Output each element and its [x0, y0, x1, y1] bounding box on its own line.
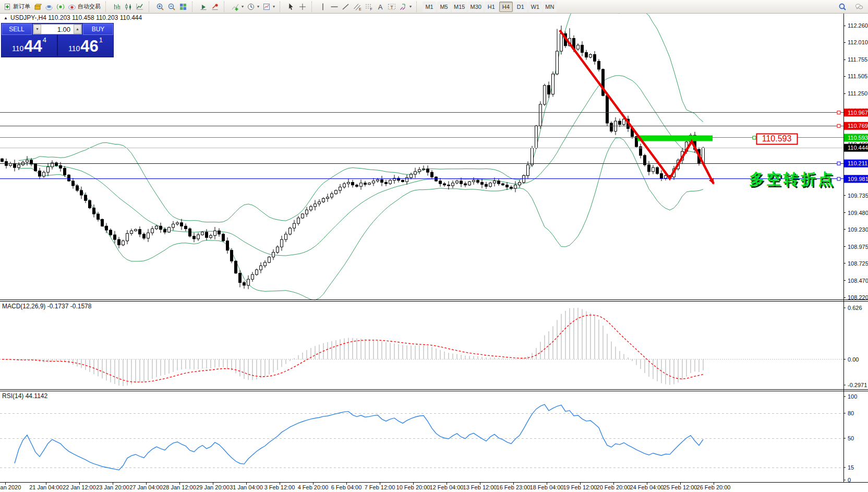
timeframe-m1-button[interactable]: M1 [423, 2, 436, 12]
zoom-out-button[interactable] [166, 1, 177, 13]
timeframe-w1-button[interactable]: W1 [528, 2, 542, 12]
candle-up [377, 179, 379, 181]
timeframe-mn-button[interactable]: MN [543, 2, 557, 12]
crosshair-button[interactable] [297, 1, 308, 13]
textA-glyph: A [376, 3, 384, 11]
vertical-line-button[interactable] [317, 1, 329, 13]
line-handle[interactable] [837, 111, 840, 114]
lot-decrease-button[interactable]: ▼ [33, 25, 41, 34]
text-button[interactable]: A [375, 1, 386, 13]
candle-down [14, 163, 16, 167]
lot-increase-button[interactable]: ▲ [74, 25, 81, 34]
timeframe-m15-button[interactable]: M15 [452, 2, 467, 12]
main-chart-plot-area[interactable] [0, 14, 843, 299]
ask-price[interactable]: 110461 [58, 35, 113, 56]
bid-integer: 110 [12, 43, 23, 54]
candlestick-chart-button[interactable] [123, 1, 134, 13]
candle-up [456, 181, 459, 183]
candle-down [34, 164, 37, 171]
ask-pips: 46 [80, 38, 98, 54]
candle-up [26, 160, 29, 162]
time-axis-label: 26 Feb 20:00 [697, 484, 731, 490]
candle-down [180, 223, 183, 226]
green-highlight-bar[interactable] [637, 136, 713, 141]
bar-chart-button[interactable] [111, 1, 123, 13]
equidistant-channel-button[interactable]: E [352, 1, 363, 13]
candle-up [147, 233, 150, 238]
search-button[interactable] [837, 1, 848, 13]
tile-glyph [179, 3, 187, 11]
data-window-icon[interactable] [43, 1, 55, 13]
trendline-button[interactable] [340, 1, 352, 13]
horizontal-line-button[interactable] [329, 1, 340, 13]
candle-down [352, 182, 354, 185]
zoom-in-button[interactable] [154, 1, 166, 13]
candle-up [327, 197, 329, 199]
line-handle[interactable] [837, 124, 840, 127]
candle-up [343, 184, 346, 187]
chart-window[interactable]: 110.593多空转折点多空转折点▲USDJPY-,H4 110.203 110… [0, 0, 868, 492]
sell-button[interactable]: SELL [2, 23, 32, 35]
price-badge-text: 109.981 [848, 176, 868, 182]
candle-up [289, 228, 292, 234]
indicators-button[interactable]: ▾ [230, 1, 245, 13]
timeframe-m5-button[interactable]: M5 [437, 2, 451, 12]
candle-down [118, 239, 120, 245]
tile-windows-button[interactable] [177, 1, 189, 13]
candle-up [514, 185, 517, 188]
periods-button[interactable]: ▾ [245, 1, 261, 13]
timeframe-h1-button[interactable]: H1 [485, 2, 498, 12]
candle-up [151, 229, 154, 233]
arrows-button[interactable]: ▾ [397, 1, 413, 13]
time-axis-label: 4 Feb 20:00 [298, 484, 329, 490]
candle-down [506, 185, 509, 187]
price-axis[interactable]: 112.260112.010111.755111.505111.250110.9… [843, 14, 868, 483]
text-label-button[interactable]: T [386, 1, 397, 13]
auto-scroll-button[interactable] [198, 1, 209, 13]
candle-down [477, 181, 479, 183]
rsi-panel[interactable] [0, 391, 843, 482]
buy-button[interactable]: BUY [83, 23, 113, 35]
timeframe-d1-button[interactable]: D1 [514, 2, 527, 12]
candle-up [552, 74, 554, 94]
shapes-glyph [399, 3, 407, 11]
candle-up [272, 253, 275, 257]
time-axis[interactable]: 19 Jan 202021 Jan 04:0022 Jan 12:0023 Ja… [0, 482, 868, 492]
candle-up [589, 54, 592, 57]
candle-down [243, 283, 246, 285]
time-axis-label: 10 Feb 20:00 [396, 484, 430, 490]
line-handle[interactable] [837, 177, 840, 181]
bid-price[interactable]: 110444 [2, 35, 58, 56]
svg-text:T: T [390, 4, 393, 9]
candle-up [18, 165, 20, 167]
candle-down [64, 168, 66, 175]
candle-up [43, 172, 45, 176]
candle-up [544, 86, 546, 104]
timeframe-m30-button[interactable]: M30 [468, 2, 483, 12]
line-handle[interactable] [837, 162, 840, 165]
candle-down [68, 175, 70, 181]
candle-up [322, 198, 325, 201]
candle-down [231, 250, 233, 261]
candle-up [535, 126, 538, 148]
price-tick-label: 109.480 [848, 210, 868, 216]
autotrading-button[interactable]: 自动交易 [66, 1, 102, 13]
line-chart-button[interactable] [134, 1, 146, 13]
dropdown-caret-icon: ▾ [273, 4, 275, 9]
chat-button[interactable] [853, 1, 865, 13]
price-tick-label: 109.735 [848, 193, 868, 199]
timeframe-h4-button[interactable]: H4 [499, 2, 513, 12]
candle-down [76, 186, 79, 190]
navigator-icon[interactable] [55, 1, 66, 13]
cursor-button[interactable] [285, 1, 297, 13]
time-axis-label: 18 Feb 04:00 [530, 484, 564, 490]
fibonacci-button[interactable]: F [363, 1, 375, 13]
dropdown-caret-icon: ▾ [257, 4, 259, 9]
templates-button[interactable]: ▾ [261, 1, 276, 13]
new-order-button[interactable]: 新订单 [2, 1, 32, 13]
chart-shift-button[interactable] [209, 1, 221, 13]
macd-panel[interactable] [0, 302, 843, 389]
symbols-icon[interactable] [32, 1, 43, 13]
candle-down [481, 182, 484, 184]
line-handle[interactable] [753, 136, 756, 139]
